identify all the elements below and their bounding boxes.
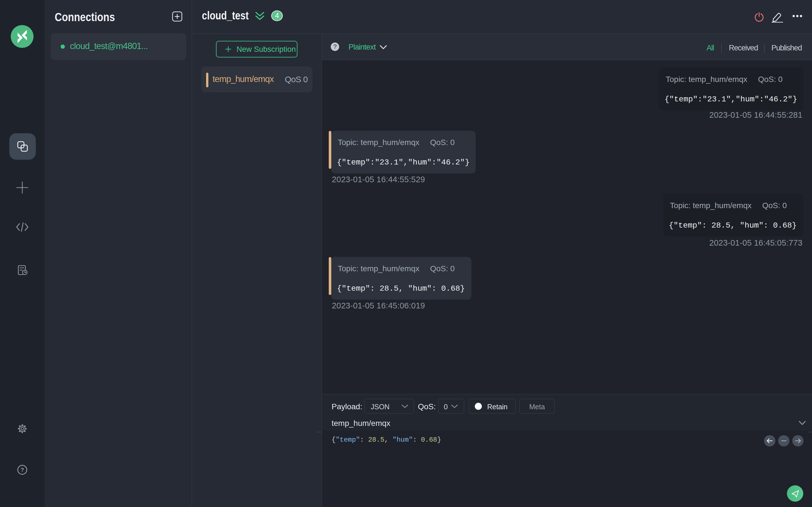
- svg-text:?: ?: [20, 467, 24, 473]
